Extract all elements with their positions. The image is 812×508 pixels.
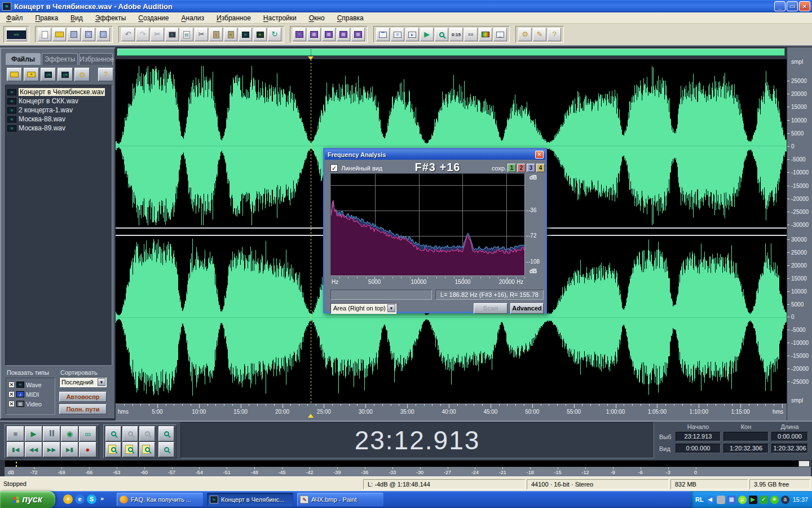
toolbar-spectral-view[interactable]: ▦: [307, 28, 321, 41]
tab-Эффекты[interactable]: Эффекты: [42, 53, 78, 65]
toolbar-copy[interactable]: ▤: [180, 28, 193, 41]
file-item[interactable]: ≈Москва-88.wav: [6, 115, 112, 124]
taskbar-task[interactable]: FAQ. Как получить ...: [117, 493, 203, 506]
toolbar-repeat-last-command[interactable]: ↻: [268, 28, 281, 41]
taskbar-task[interactable]: ≈Концерт в Челябинс...: [207, 493, 293, 506]
menu-Эффекты[interactable]: Эффекты: [89, 13, 133, 23]
menu-Создание[interactable]: Создание: [132, 13, 175, 23]
toolbar-play-button-window[interactable]: ▶: [420, 28, 434, 41]
ie-icon[interactable]: e: [75, 494, 85, 504]
toolbar-help[interactable]: ?: [548, 28, 561, 41]
linear-view-checkbox[interactable]: ✓: [330, 164, 338, 172]
toolbar-undo[interactable]: ↶: [121, 28, 135, 41]
restore-button[interactable]: ▭: [787, 1, 798, 11]
transport-loop-button[interactable]: ∞: [79, 426, 96, 441]
skype-icon[interactable]: S: [87, 494, 96, 504]
cursor-marker-top[interactable]: [308, 56, 314, 60]
save-slot-2[interactable]: 2: [517, 164, 526, 172]
frequency-input[interactable]: [330, 290, 432, 300]
toolbar-multitrack-view[interactable]: ▦: [322, 28, 336, 41]
transport-rewind-button[interactable]: ◀◀: [25, 442, 42, 457]
toolbar-mix-paste[interactable]: ≈: [224, 28, 237, 41]
network-icon[interactable]: ▦: [727, 496, 736, 504]
organizer-import-audio[interactable]: ↓≈: [58, 68, 73, 81]
player-icon[interactable]: ▶: [749, 496, 757, 504]
clock[interactable]: 15:37: [793, 496, 809, 503]
level-meter[interactable]: [5, 460, 811, 467]
tab-Избранное[interactable]: Избранное: [79, 53, 113, 65]
area-mode-select[interactable]: Area (Right on top) ▼: [330, 303, 396, 314]
zoom-selection-button[interactable]: [122, 442, 138, 457]
toolbar-save-selection[interactable]: ▫: [96, 28, 110, 41]
hide-icons-chevron[interactable]: ◀: [706, 496, 714, 504]
scan-button[interactable]: Scan: [474, 303, 508, 314]
toolbar-cue-list-window[interactable]: ≡≡: [464, 28, 478, 41]
midi-checkbox[interactable]: ✕: [8, 391, 15, 397]
toolbar-open-file[interactable]: [52, 28, 66, 41]
toolbar-show-organizer[interactable]: ≈≈: [6, 28, 27, 41]
title-bar[interactable]: ≈ Концерт в Челябинске.wav - Adobe Audit…: [0, 0, 812, 12]
zoom-vertical-in-button[interactable]: [158, 426, 174, 441]
menu-Избранное[interactable]: Избранное: [210, 13, 257, 23]
transport-play-button[interactable]: ▶: [25, 426, 42, 441]
organizer-import-file[interactable]: ↓≈: [41, 68, 56, 81]
avast-icon[interactable]: a: [781, 496, 789, 504]
toolbar-status-bar-window[interactable]: ▁: [493, 28, 507, 41]
zoom-vertical-out-button[interactable]: [158, 442, 174, 457]
language-indicator[interactable]: RL: [695, 496, 704, 503]
dialog-title-bar[interactable]: Frequency Analysis: [325, 150, 545, 160]
wave-checkbox[interactable]: ✕: [8, 382, 15, 388]
toolbar-file-info-window[interactable]: ≡: [391, 28, 404, 41]
transport-go-to-end-button[interactable]: ▶▮: [61, 442, 78, 457]
menu-Анализ[interactable]: Анализ: [175, 13, 211, 23]
zoom-sel-left-button[interactable]: [105, 442, 121, 457]
frequency-analysis-dialog[interactable]: Frequency Analysis × ✓ Линейный вид F#3 …: [323, 148, 547, 313]
toolbar-settings[interactable]: ⚙: [518, 28, 532, 41]
zoom-in-button[interactable]: [105, 426, 121, 441]
toolbar-cd-view[interactable]: ▦: [351, 28, 365, 41]
menu-Окно[interactable]: Окно: [303, 13, 331, 23]
organizer-advanced-options[interactable]: ⚙: [74, 68, 90, 81]
toolbar-copy-to-new[interactable]: ≈: [239, 28, 252, 41]
toolbar-convert-sample-type[interactable]: ≈: [165, 28, 179, 41]
icq-icon[interactable]: ✳: [63, 494, 73, 504]
quick-launch-overflow[interactable]: »: [100, 495, 104, 502]
toolbar-save-file[interactable]: [67, 28, 81, 41]
chevron-down-icon[interactable]: ▼: [98, 378, 105, 386]
toolbar-trim[interactable]: ✂: [151, 28, 164, 41]
transport-stop-button[interactable]: ■: [7, 426, 24, 441]
toolbar-waveform-view[interactable]: ≈: [293, 28, 306, 41]
volume-icon[interactable]: [717, 496, 725, 504]
transport-play-from-cursor-button[interactable]: ◉: [61, 426, 78, 441]
utorrent-icon[interactable]: µ: [738, 496, 747, 504]
zoom-full-button[interactable]: [139, 426, 155, 441]
meter-options-box[interactable]: [798, 461, 810, 467]
toolbar-transport-window[interactable]: ▸: [405, 28, 419, 41]
spectrum-plot[interactable]: [330, 173, 525, 276]
transport-fast-forward-button[interactable]: ▶▶: [43, 442, 60, 457]
antivirus-icon[interactable]: ✓: [760, 496, 768, 504]
file-item[interactable]: ≈Концерт в СКК.wav: [6, 97, 112, 106]
organizer-close-file[interactable]: ×: [24, 68, 39, 81]
toolbar-cut[interactable]: ✂: [195, 28, 208, 41]
toolbar-organizer-window[interactable]: ▔: [376, 28, 390, 41]
cursor-marker-bottom[interactable]: [308, 414, 314, 418]
toolbar-time-window[interactable]: 0:15: [449, 28, 463, 41]
transport-go-to-start-button[interactable]: ▮◀: [7, 442, 24, 457]
file-item[interactable]: ≈Концерт в Челябинске.wav: [6, 87, 112, 97]
menu-Вид[interactable]: Вид: [64, 13, 89, 23]
icq-flower-icon[interactable]: ✳: [770, 496, 779, 504]
zoom-out-button[interactable]: [122, 426, 138, 441]
taskbar-task[interactable]: ✎АЧХ.bmp - Paint: [297, 493, 383, 506]
sort-button-fullpaths[interactable]: Полн. пути: [59, 404, 107, 414]
file-item[interactable]: ≈Москва-89.wav: [6, 124, 112, 133]
transport-pause-button[interactable]: [43, 426, 60, 441]
menu-Настройки[interactable]: Настройки: [257, 13, 303, 23]
toolbar-normalize[interactable]: ≈: [253, 28, 267, 41]
toolbar-new-file[interactable]: [38, 28, 51, 41]
chevron-down-icon[interactable]: ▼: [387, 304, 395, 312]
organizer-help[interactable]: ?: [98, 68, 113, 81]
file-list[interactable]: ≈Концерт в Челябинске.wav≈Концерт в СКК.…: [5, 85, 112, 366]
toolbar-scripts[interactable]: ✎: [533, 28, 546, 41]
minimize-button[interactable]: _: [774, 1, 785, 11]
